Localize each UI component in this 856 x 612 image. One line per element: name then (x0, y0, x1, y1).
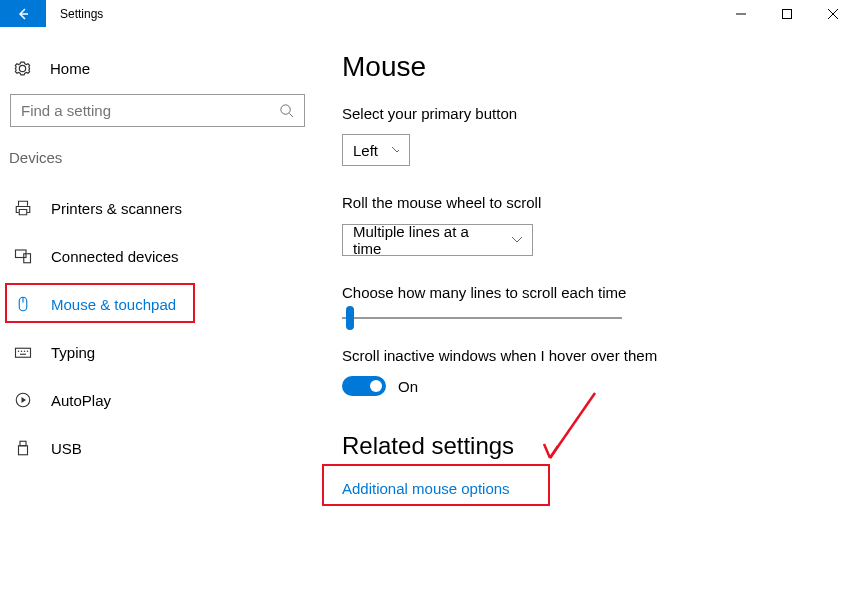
sidebar-item-typing[interactable]: Typing (0, 328, 320, 376)
window-title: Settings (46, 0, 103, 27)
sidebar-item-usb[interactable]: USB (0, 424, 320, 472)
section-header: Devices (0, 149, 320, 184)
chevron-down-icon (392, 147, 399, 153)
inactive-toggle[interactable] (342, 376, 386, 396)
svg-rect-18 (20, 441, 26, 446)
sidebar-item-printers[interactable]: Printers & scanners (0, 184, 320, 232)
close-button[interactable] (810, 0, 856, 27)
sidebar-item-label: USB (51, 440, 82, 457)
sidebar-item-connected[interactable]: Connected devices (0, 232, 320, 280)
sidebar-item-label: Typing (51, 344, 95, 361)
toggle-state: On (398, 378, 418, 395)
maximize-button[interactable] (764, 0, 810, 27)
svg-rect-19 (18, 446, 27, 455)
home-nav[interactable]: Home (0, 51, 320, 94)
svg-point-5 (281, 105, 290, 114)
sidebar-item-label: Connected devices (51, 248, 179, 265)
page-title: Mouse (342, 51, 856, 83)
svg-rect-11 (15, 348, 30, 357)
additional-mouse-options-link[interactable]: Additional mouse options (342, 480, 510, 497)
titlebar: Settings (0, 0, 856, 27)
dropdown-value: Multiple lines at a time (353, 223, 498, 257)
svg-rect-2 (783, 9, 792, 18)
sidebar-item-mouse[interactable]: Mouse & touchpad (0, 280, 320, 328)
sidebar-item-label: AutoPlay (51, 392, 111, 409)
printer-icon (13, 199, 32, 218)
minimize-icon (736, 9, 746, 19)
slider-thumb[interactable] (346, 306, 354, 330)
gear-icon (13, 59, 32, 78)
devices-icon (13, 247, 32, 266)
svg-line-6 (289, 113, 293, 117)
lines-label: Choose how many lines to scroll each tim… (342, 284, 856, 301)
usb-icon (13, 439, 32, 458)
related-title: Related settings (342, 432, 856, 460)
toggle-knob (370, 380, 382, 392)
wheel-label: Roll the mouse wheel to scroll (342, 194, 856, 211)
back-button[interactable] (0, 0, 46, 27)
sidebar: Home Devices Printers & scanners Connect… (0, 27, 320, 612)
search-input[interactable] (21, 102, 279, 119)
sidebar-item-label: Mouse & touchpad (51, 296, 176, 313)
sidebar-item-label: Printers & scanners (51, 200, 182, 217)
close-icon (828, 9, 838, 19)
dropdown-value: Left (353, 142, 378, 159)
autoplay-icon (13, 391, 32, 410)
search-box[interactable] (10, 94, 305, 127)
lines-slider[interactable] (342, 317, 622, 319)
wheel-dropdown[interactable]: Multiple lines at a time (342, 224, 533, 256)
primary-button-dropdown[interactable]: Left (342, 134, 410, 166)
svg-rect-8 (23, 254, 30, 263)
mouse-icon (13, 295, 32, 314)
keyboard-icon (13, 343, 32, 362)
main-panel: Mouse Select your primary button Left Ro… (320, 27, 856, 612)
inactive-label: Scroll inactive windows when I hover ove… (342, 347, 856, 364)
chevron-down-icon (512, 237, 522, 243)
sidebar-item-autoplay[interactable]: AutoPlay (0, 376, 320, 424)
minimize-button[interactable] (718, 0, 764, 27)
search-icon (279, 103, 294, 118)
maximize-icon (782, 9, 792, 19)
home-label: Home (50, 60, 90, 77)
primary-button-label: Select your primary button (342, 105, 856, 122)
arrow-left-icon (15, 6, 31, 22)
